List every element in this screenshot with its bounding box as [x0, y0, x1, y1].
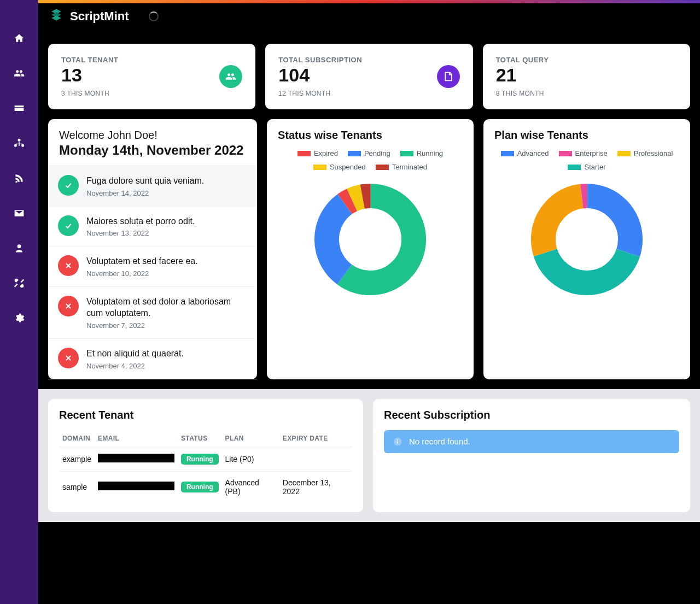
chart-title: Status wise Tenants: [278, 129, 463, 142]
cell-domain: example: [59, 447, 95, 471]
feed-item[interactable]: Et non aliquid at quaerat.November 4, 20…: [48, 339, 257, 379]
brand-logo[interactable]: ScriptMint: [48, 7, 129, 26]
cell-expiry: [279, 447, 352, 471]
stat-value: 104: [278, 65, 362, 85]
legend-swatch: [568, 165, 581, 170]
stat-label: TOTAL SUBSCRIPTION: [278, 56, 362, 64]
panel-title: Recent Tenant: [59, 409, 352, 421]
feed-title: Voluptatem et sed facere ea.: [86, 255, 247, 267]
legend-item[interactable]: Professional: [617, 149, 673, 157]
feed-date: November 4, 2022: [86, 362, 247, 370]
feed-item[interactable]: Maiores soluta et porro odit.November 13…: [48, 207, 257, 247]
mail-icon[interactable]: [8, 202, 30, 224]
chart-legend: AdvancedEnterpriseProfessionalStarter: [494, 149, 679, 171]
donut-slice: [543, 196, 630, 283]
window-accent: [38, 0, 700, 3]
users-icon[interactable]: [8, 62, 30, 84]
status-tenants-panel: Status wise Tenants ExpiredPendingRunnin…: [267, 119, 474, 379]
legend-swatch: [313, 165, 326, 170]
empty-state-banner: No record found.: [384, 430, 679, 453]
recent-tenant-table: DOMAINEMAILSTATUSPLANEXPIRY DATE example…: [59, 430, 352, 502]
stat-sub: 8 THIS MONTH: [496, 90, 549, 97]
feed-date: November 14, 2022: [86, 189, 247, 197]
stat-total-tenant: TOTAL TENANT 13 3 THIS MONTH: [48, 44, 255, 109]
topbar: ScriptMint: [38, 0, 700, 33]
stat-sub: 12 THIS MONTH: [278, 90, 362, 97]
legend-label: Expired: [314, 149, 338, 157]
legend-label: Terminated: [392, 163, 427, 171]
org-icon[interactable]: [8, 132, 30, 154]
feed-date: November 7, 2022: [86, 321, 247, 330]
legend-label: Suspended: [330, 163, 366, 171]
rss-icon[interactable]: [8, 167, 30, 189]
stat-sub: 3 THIS MONTH: [61, 90, 118, 97]
feed-date: November 10, 2022: [86, 269, 247, 278]
tools-icon[interactable]: [8, 272, 30, 294]
settings-icon[interactable]: [8, 307, 30, 329]
check-icon: [58, 215, 79, 236]
stat-total-subscription: TOTAL SUBSCRIPTION 104 12 THIS MONTH: [265, 44, 472, 109]
col-header: EXPIRY DATE: [279, 430, 352, 447]
welcome-date: Monday 14th, November 2022: [59, 143, 246, 158]
svg-point-10: [397, 439, 398, 440]
legend-swatch: [400, 151, 413, 156]
stat-label: TOTAL QUERY: [496, 56, 549, 64]
recent-tenant-panel: Recent Tenant DOMAINEMAILSTATUSPLANEXPIR…: [48, 399, 363, 512]
feed-date: November 13, 2022: [86, 229, 247, 237]
info-icon: [393, 437, 402, 447]
status-badge: Running: [181, 454, 219, 465]
logo-mark-icon: [48, 7, 65, 26]
table-row[interactable]: exampleRunningLite (P0): [59, 447, 352, 471]
cell-plan: Advanced (PB): [222, 471, 279, 502]
legend-label: Pending: [364, 149, 390, 157]
chart-title: Plan wise Tenants: [494, 129, 679, 142]
donut-slice: [326, 196, 413, 283]
feed-title: Voluptatem et sed dolor a laboriosam cum…: [86, 296, 247, 319]
activity-feed: Fuga dolore sunt quia veniam.November 14…: [48, 166, 257, 379]
sidebar: [0, 0, 38, 604]
feed-item[interactable]: Fuga dolore sunt quia veniam.November 14…: [48, 166, 257, 207]
donut-chart: [494, 177, 679, 302]
legend-item[interactable]: Suspended: [313, 163, 366, 171]
legend-label: Professional: [634, 149, 673, 157]
feed-item[interactable]: Voluptatem et sed facere ea.November 10,…: [48, 247, 257, 287]
legend-item[interactable]: Starter: [568, 163, 605, 171]
legend-label: Enterprise: [575, 149, 608, 157]
cell-expiry: December 13, 2022: [279, 471, 352, 502]
table-row[interactable]: sampleRunningAdvanced (PB)December 13, 2…: [59, 471, 352, 502]
donut-chart: [278, 177, 463, 302]
billing-icon[interactable]: [8, 97, 30, 119]
legend-item[interactable]: Running: [400, 149, 443, 157]
col-header: PLAN: [222, 430, 279, 447]
home-icon[interactable]: [8, 27, 30, 49]
team-icon[interactable]: [8, 237, 30, 259]
legend-swatch: [348, 151, 361, 156]
cell-email: [95, 447, 178, 471]
legend-item[interactable]: Expired: [298, 149, 338, 157]
brand-name: ScriptMint: [70, 9, 129, 24]
stat-label: TOTAL TENANT: [61, 56, 118, 64]
redacted: [98, 482, 174, 490]
col-header: EMAIL: [95, 430, 178, 447]
feed-title: Maiores soluta et porro odit.: [86, 215, 247, 227]
recent-subscription-panel: Recent Subscription No record found.: [373, 399, 690, 512]
legend-item[interactable]: Pending: [348, 149, 390, 157]
col-header: DOMAIN: [59, 430, 95, 447]
stat-value: 21: [496, 65, 549, 85]
legend-label: Starter: [584, 163, 605, 171]
legend-swatch: [617, 151, 631, 156]
status-badge: Running: [181, 482, 219, 492]
svg-marker-2: [51, 16, 61, 21]
legend-swatch: [376, 165, 389, 170]
cell-plan: Lite (P0): [222, 447, 279, 471]
panel-title: Recent Subscription: [384, 409, 679, 421]
feed-title: Fuga dolore sunt quia veniam.: [86, 175, 247, 187]
feed-item[interactable]: Voluptatem et sed dolor a laboriosam cum…: [48, 287, 257, 339]
legend-item[interactable]: Advanced: [501, 149, 549, 157]
close-icon: [58, 296, 79, 316]
svg-rect-11: [397, 441, 398, 444]
legend-item[interactable]: Terminated: [376, 163, 427, 171]
loading-spinner-icon: [149, 11, 159, 21]
legend-item[interactable]: Enterprise: [559, 149, 608, 157]
chart-legend: ExpiredPendingRunningSuspendedTerminated: [278, 149, 463, 171]
